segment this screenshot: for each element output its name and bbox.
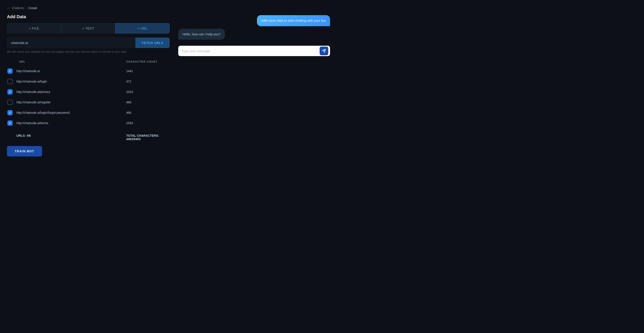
table-row: http://chatnode.ai/privacy 1013 bbox=[7, 87, 170, 97]
chat-bubble-greeting: Hello, how can i help you? bbox=[178, 29, 225, 40]
checkbox-row-0[interactable] bbox=[7, 68, 13, 74]
hint-text: We will check your website for any sub-p… bbox=[7, 50, 170, 53]
row-url-2: http://chatnode.ai/privacy bbox=[16, 90, 123, 94]
summary-chars: TOTAL CHARACTERS: 4463/5403 bbox=[126, 134, 170, 141]
row-url-3: http://chatnode.ai/register bbox=[16, 100, 123, 104]
url-input[interactable] bbox=[7, 38, 136, 48]
page-title: Add Data bbox=[7, 14, 170, 19]
row-count-0: 1441 bbox=[126, 69, 170, 73]
checkbox-icon-1[interactable] bbox=[7, 79, 12, 84]
tab-file[interactable]: + FILE bbox=[7, 23, 61, 33]
table-header: URL CHARACTER COUNT bbox=[7, 58, 170, 66]
left-panel: Add Data + FILE + TEXT + URL FETCH URLS … bbox=[7, 14, 170, 156]
tab-row: + FILE + TEXT + URL bbox=[7, 23, 170, 33]
table-row: http://chatnode.ai/login 472 bbox=[7, 76, 170, 87]
checkbox-row-2[interactable] bbox=[7, 89, 13, 95]
row-count-3: 468 bbox=[126, 100, 170, 104]
row-count-4: 466 bbox=[126, 111, 170, 114]
row-url-1: http://chatnode.ai/login bbox=[16, 80, 123, 83]
checkbox-icon-4[interactable] bbox=[7, 110, 12, 115]
table-row: http://chatnode.ai/register 468 bbox=[7, 97, 170, 107]
row-url-4: http://chatnode.ai/login/forgot-password bbox=[16, 111, 123, 114]
checkbox-row-5[interactable] bbox=[7, 120, 13, 126]
table-row: http://chatnode.ai/terms 1543 bbox=[7, 118, 170, 128]
chat-input-row bbox=[178, 46, 330, 56]
send-button[interactable] bbox=[320, 46, 328, 55]
chat-bubble-info: Add some data to start chatting with you… bbox=[257, 15, 330, 26]
col-header-char-count: CHARACTER COUNT bbox=[126, 60, 170, 63]
chat-panel: Add some data to start chatting with you… bbox=[178, 14, 330, 56]
row-count-2: 1013 bbox=[126, 90, 170, 94]
breadcrumb-current: Create bbox=[28, 6, 37, 10]
checkbox-icon-2[interactable] bbox=[7, 89, 12, 94]
back-arrow-icon: ← bbox=[7, 6, 10, 10]
checkbox-icon-3[interactable] bbox=[7, 100, 12, 105]
checkbox-row-4[interactable] bbox=[7, 110, 13, 116]
tab-url[interactable]: + URL bbox=[115, 23, 170, 33]
row-url-5: http://chatnode.ai/terms bbox=[16, 121, 123, 125]
checkbox-row-3[interactable] bbox=[7, 99, 13, 105]
row-count-1: 472 bbox=[126, 80, 170, 83]
send-icon bbox=[322, 49, 326, 53]
table-row: http://chatnode.ai/login/forgot-password… bbox=[7, 107, 170, 118]
checkbox-row-1[interactable] bbox=[7, 78, 13, 84]
checkbox-icon-0[interactable] bbox=[7, 68, 12, 74]
table-row: http://chatnode.ai 1441 bbox=[7, 66, 170, 76]
fetch-urls-button[interactable]: FETCH URLS bbox=[136, 38, 170, 48]
table-summary: URLS: 4/6 TOTAL CHARACTERS: 4463/5403 bbox=[7, 130, 170, 141]
train-bot-button[interactable]: TRAIN BOT bbox=[7, 146, 42, 156]
col-header-url: URL bbox=[19, 60, 126, 63]
breadcrumb-back-link[interactable]: ← Chatbots bbox=[7, 6, 24, 10]
url-table: URL CHARACTER COUNT http://chatnode.ai 1… bbox=[7, 58, 170, 141]
breadcrumb-arrow: › bbox=[26, 6, 26, 9]
row-url-0: http://chatnode.ai bbox=[16, 69, 123, 73]
row-count-5: 1543 bbox=[126, 121, 170, 125]
breadcrumb: ← Chatbots › Create bbox=[7, 6, 637, 10]
summary-urls: URLS: 4/6 bbox=[16, 134, 126, 141]
breadcrumb-back-label: Chatbots bbox=[12, 6, 24, 10]
tab-text[interactable]: + TEXT bbox=[61, 23, 115, 33]
chat-input[interactable] bbox=[182, 47, 320, 55]
checkbox-icon-5[interactable] bbox=[7, 120, 12, 126]
url-input-row: FETCH URLS bbox=[7, 38, 170, 48]
